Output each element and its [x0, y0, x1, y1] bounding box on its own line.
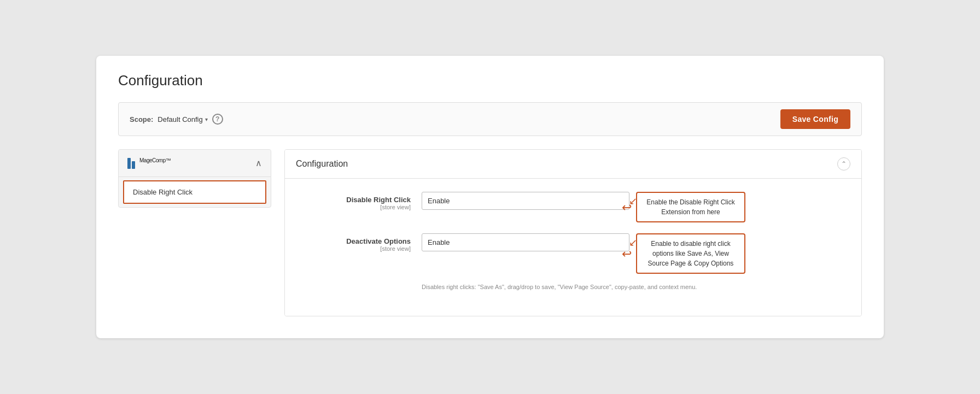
content-area: MageComp™ ∧ Disable Right Click Configur… [118, 149, 862, 316]
help-icon-label: ? [215, 115, 219, 123]
main-card: Configuration Scope: Default Config ▾ ? … [96, 56, 884, 338]
tooltip-text-2: Enable to disable right click options li… [648, 240, 734, 267]
field-row-disable-right-click: Disable Right Click [store view] Enable … [301, 192, 845, 222]
field-input-col-2: Enable Disable ↙ ↩ Enable to disable rig… [422, 233, 845, 292]
config-panel-body: Disable Right Click [store view] Enable … [285, 179, 861, 316]
field-sublabel-2: [store view] [301, 245, 411, 252]
tooltip-box-1: ↩ Enable the Disable Right Click Extensi… [636, 192, 745, 222]
logo-bar-short [132, 161, 135, 169]
scope-dropdown-value: Default Config [158, 115, 202, 124]
disable-right-click-select-wrapper: Enable Disable ↙ [422, 192, 629, 210]
field-input-col-1: Enable Disable ↙ ↩ Enable the Disable Ri… [422, 192, 845, 222]
tooltip-text-1: Enable the Disable Right Click Extension… [646, 198, 734, 216]
sidebar: MageComp™ ∧ Disable Right Click [118, 149, 271, 208]
tooltip-box-2: ↩ Enable to disable right click options … [636, 233, 745, 274]
field-label-1: Disable Right Click [346, 196, 411, 204]
field-description-2: Disables right clicks: "Save As", drag/d… [422, 283, 697, 292]
sidebar-item-label: Disable Right Click [133, 188, 192, 196]
logo-bar-tall [127, 158, 131, 169]
arrow-connector-2: ↩ [622, 245, 632, 263]
deactivate-options-row: Enable Disable ↙ ↩ Enable to disable rig… [422, 233, 845, 274]
field-label-col-1: Disable Right Click [store view] [301, 192, 411, 210]
sidebar-item-disable-right-click[interactable]: Disable Right Click [123, 180, 266, 204]
sidebar-collapse-button[interactable]: ∧ [255, 158, 262, 168]
field-row-deactivate-options: Deactivate Options [store view] Enable D… [301, 233, 845, 292]
scope-label: Scope: [130, 115, 153, 124]
config-panel-title: Configuration [296, 159, 348, 169]
sidebar-header: MageComp™ ∧ [119, 150, 271, 177]
help-icon[interactable]: ? [212, 114, 223, 125]
sidebar-logo: MageComp™ [127, 157, 171, 169]
scope-left: Scope: Default Config ▾ ? [130, 114, 223, 125]
logo-text: MageComp™ [139, 157, 171, 169]
magecomp-logo-icon [127, 158, 135, 169]
collapse-panel-button[interactable]: ⌃ [837, 157, 850, 170]
field-label-2: Deactivate Options [346, 237, 411, 245]
disable-right-click-select[interactable]: Enable Disable [422, 192, 629, 210]
field-sublabel-1: [store view] [301, 204, 411, 210]
chevron-down-icon: ▾ [205, 116, 208, 122]
arrow-connector-1: ↩ [622, 198, 632, 216]
field-label-col-2: Deactivate Options [store view] [301, 233, 411, 252]
deactivate-options-select-wrapper: Enable Disable ↙ [422, 233, 629, 251]
config-panel: Configuration ⌃ Disable Right Click [sto… [284, 149, 862, 316]
scope-bar: Scope: Default Config ▾ ? Save Config [118, 102, 862, 136]
config-panel-header: Configuration ⌃ [285, 150, 861, 179]
scope-dropdown[interactable]: Default Config ▾ [158, 115, 207, 124]
deactivate-options-select[interactable]: Enable Disable [422, 233, 629, 251]
page-title: Configuration [118, 72, 862, 89]
save-config-button[interactable]: Save Config [780, 109, 850, 129]
